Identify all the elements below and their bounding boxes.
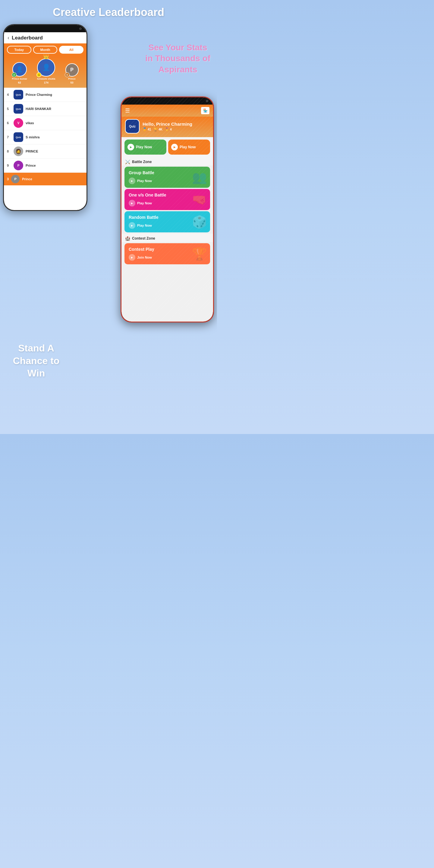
leaderboard-list: 4 Quiz Prince Charming 5 Quiz HARI SHANK… <box>4 88 87 173</box>
contest-bg-icon: 🏆 <box>192 247 207 261</box>
player-name: Prince <box>26 164 36 167</box>
podium-third: P 3 Prince 53 <box>65 63 79 84</box>
list-item: 6 V vikas <box>4 116 87 130</box>
group-battle-bg-icon: 👥 <box>192 170 207 184</box>
podium-second: 👤 2 Prince kumar 62 <box>12 62 27 84</box>
onevone-bg-icon: 🤜 <box>192 193 207 207</box>
back-button[interactable]: ‹ <box>7 35 9 41</box>
list-item: 8 🧔 PRINCE <box>4 144 87 158</box>
player-name: S mishra <box>26 135 39 139</box>
group-battle-card[interactable]: Group Battle ▶ Play Now 👥 <box>124 167 210 188</box>
contest-play-card[interactable]: Contest Play ▶ Join Now 🏆 <box>124 243 210 264</box>
list-item: 5 Quiz HARI SHANKAR <box>4 102 87 116</box>
list-item: 4 Quiz Prince Charming <box>4 88 87 102</box>
tagline-left: Stand A Chance to Win <box>6 342 66 380</box>
leaderboard-phone: ‹ Leaderboard Today Month All 👤 2 Prince… <box>3 24 87 211</box>
player-name: Prince Charming <box>26 93 52 96</box>
player-name: HARI SHANKAR <box>26 107 51 111</box>
list-item: 7 Quiz S mishra <box>4 130 87 144</box>
tab-month[interactable]: Month <box>33 46 58 54</box>
random-battle-card[interactable]: Random Battle ▶ Play Now 🎲 <box>124 211 210 232</box>
leaderboard-footer: 3 P Prince <box>4 173 87 185</box>
leaderboard-header: ‹ Leaderboard <box>4 32 87 43</box>
random-battle-bg-icon: 🎲 <box>192 215 207 229</box>
player-name: PRINCE <box>26 150 38 153</box>
onevone-battle-card[interactable]: One v/s One Battle ▶ Play Now 🤜 <box>124 189 210 210</box>
tab-all[interactable]: All <box>59 46 84 54</box>
tab-today[interactable]: Today <box>7 46 31 54</box>
leaderboard-title: Leaderboard <box>12 35 43 41</box>
tagline-right: See Your Stats in Thousands of Aspirants <box>145 42 211 75</box>
list-item: 9 P Prince <box>4 158 87 173</box>
leaderboard-podium: 👤 2 Prince kumar 62 👑 👤 1 turwashi shukl… <box>4 56 87 88</box>
player-name: vikas <box>26 121 34 125</box>
play-card-right[interactable]: ▶ Play Now <box>168 140 210 155</box>
podium-first: 👑 👤 1 turwashi shukla 174 <box>37 59 55 84</box>
play-now-row: ▶ Play Now ▶ Play Now <box>121 137 213 157</box>
camera-dot <box>79 27 82 30</box>
page-title: Creative Leaderboard <box>0 0 217 23</box>
battle-phone: ☰ 🏪 Quiz Hello, Prince Charming 🏅 41 🏆 4… <box>121 96 214 322</box>
